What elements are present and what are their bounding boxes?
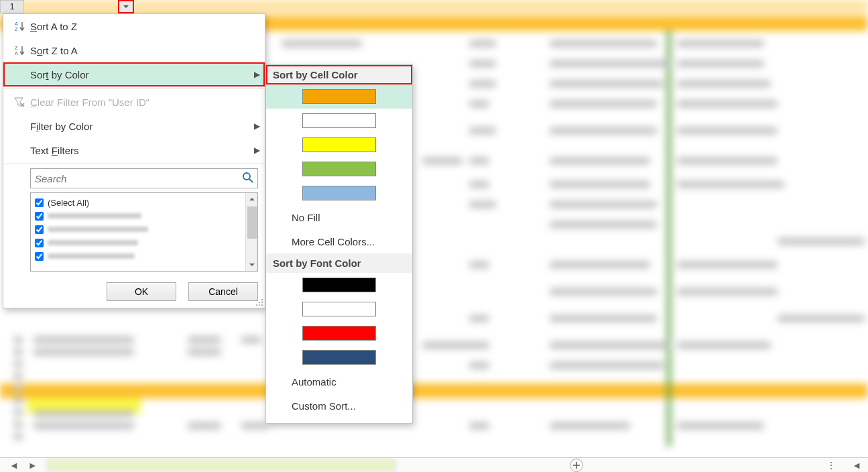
automatic-option[interactable]: Automatic bbox=[266, 369, 412, 394]
row-number-cell: 1 bbox=[0, 0, 24, 13]
svg-point-10 bbox=[261, 304, 263, 306]
filter-search-input[interactable] bbox=[30, 168, 258, 188]
tab-nav-next-icon[interactable]: ► bbox=[28, 460, 38, 471]
svg-point-7 bbox=[261, 302, 263, 303]
filter-search bbox=[30, 168, 258, 188]
clear-filter-label: Clear Filter From "User ID" bbox=[27, 97, 249, 108]
select-all-checkbox[interactable] bbox=[35, 198, 44, 207]
font-color-option[interactable] bbox=[266, 297, 412, 321]
list-scrollbar[interactable] bbox=[245, 193, 257, 271]
clear-filter: Clear Filter From "User ID" bbox=[3, 90, 265, 114]
svg-point-4 bbox=[243, 173, 250, 180]
filter-by-color-label: Filter by Color bbox=[27, 121, 249, 132]
filter-value-checkbox[interactable] bbox=[35, 252, 44, 261]
cancel-button[interactable]: Cancel bbox=[188, 282, 258, 301]
scroll-up-icon[interactable] bbox=[246, 193, 257, 205]
svg-text:A: A bbox=[15, 21, 18, 26]
sort-by-color-submenu: Sort by Cell Color No Fill More Cell Col… bbox=[265, 64, 413, 424]
tab-split-handle[interactable]: ⋮ bbox=[826, 460, 845, 471]
svg-point-6 bbox=[259, 302, 260, 303]
sheet-tabs[interactable] bbox=[47, 459, 395, 471]
svg-text:Z: Z bbox=[15, 46, 18, 50]
sort-ascending-icon: A Z bbox=[13, 20, 25, 32]
submenu-arrow-icon: ▶ bbox=[249, 121, 265, 131]
svg-text:Z: Z bbox=[15, 27, 18, 32]
search-icon bbox=[242, 172, 254, 184]
list-item[interactable]: (Select All) bbox=[35, 196, 241, 209]
cell-color-option[interactable] bbox=[266, 133, 412, 157]
autofilter-menu: A Z Sort A to Z Z A Sort Z to A Sort by … bbox=[3, 13, 265, 308]
list-item[interactable] bbox=[35, 209, 241, 223]
font-color-option[interactable] bbox=[266, 321, 412, 345]
resize-grip-icon[interactable] bbox=[254, 297, 263, 306]
cell-color-option[interactable] bbox=[266, 181, 412, 205]
sort-z-to-a[interactable]: Z A Sort Z to A bbox=[3, 38, 265, 62]
text-filters[interactable]: Text Filters ▶ bbox=[3, 138, 265, 162]
list-item[interactable] bbox=[35, 236, 241, 249]
submenu-arrow-icon: ▶ bbox=[249, 145, 265, 155]
filter-value-checkbox[interactable] bbox=[35, 212, 44, 221]
list-item[interactable] bbox=[35, 223, 241, 236]
text-filters-label: Text Filters bbox=[27, 145, 249, 156]
scroll-down-icon[interactable] bbox=[246, 259, 257, 271]
chevron-down-icon bbox=[123, 3, 129, 10]
cell-color-option[interactable] bbox=[266, 109, 412, 133]
plus-icon bbox=[572, 461, 580, 469]
sheet-tab-bar: ◄ ► ⋮ ◄ bbox=[0, 457, 868, 472]
menu-separator bbox=[3, 88, 265, 88]
svg-text:A: A bbox=[15, 51, 18, 56]
clear-filter-icon bbox=[13, 96, 25, 108]
menu-separator bbox=[3, 164, 265, 164]
svg-point-8 bbox=[256, 304, 257, 306]
sort-a-to-z[interactable]: A Z Sort A to Z bbox=[3, 14, 265, 38]
filter-value-checkbox[interactable] bbox=[35, 239, 44, 247]
svg-point-9 bbox=[259, 304, 260, 306]
sort-by-cell-color-header: Sort by Cell Color bbox=[266, 65, 412, 84]
new-sheet-button[interactable] bbox=[570, 459, 583, 472]
sort-by-color-label: Sort by Color bbox=[27, 69, 249, 80]
sort-z-to-a-label: Sort Z to A bbox=[27, 45, 249, 56]
cell-color-option[interactable] bbox=[266, 84, 412, 109]
hscroll-left-icon[interactable]: ◄ bbox=[845, 460, 868, 471]
scroll-thumb[interactable] bbox=[247, 206, 257, 239]
font-color-option[interactable] bbox=[266, 345, 412, 369]
no-fill-option[interactable]: No Fill bbox=[266, 205, 412, 229]
tab-nav-prev-icon[interactable]: ◄ bbox=[9, 460, 19, 471]
font-color-option[interactable] bbox=[266, 273, 412, 297]
more-cell-colors-option[interactable]: More Cell Colors... bbox=[266, 229, 412, 253]
sort-descending-icon: Z A bbox=[13, 44, 25, 56]
sort-by-font-color-header: Sort by Font Color bbox=[266, 253, 412, 273]
svg-point-5 bbox=[261, 299, 263, 300]
column-filter-dropdown-button[interactable] bbox=[118, 0, 134, 13]
filter-by-color[interactable]: Filter by Color ▶ bbox=[3, 114, 265, 138]
custom-sort-option[interactable]: Custom Sort... bbox=[266, 394, 412, 418]
sort-a-to-z-label: Sort A to Z bbox=[27, 21, 249, 32]
filter-value-list[interactable]: (Select All) bbox=[30, 192, 258, 272]
cell-color-option[interactable] bbox=[266, 157, 412, 181]
list-item[interactable] bbox=[35, 249, 241, 263]
select-all-label: (Select All) bbox=[48, 198, 89, 208]
submenu-arrow-icon: ▶ bbox=[249, 70, 265, 79]
filter-value-checkbox[interactable] bbox=[35, 225, 44, 234]
ok-button[interactable]: OK bbox=[107, 282, 176, 301]
sort-by-color[interactable]: Sort by Color ▶ bbox=[3, 62, 265, 86]
